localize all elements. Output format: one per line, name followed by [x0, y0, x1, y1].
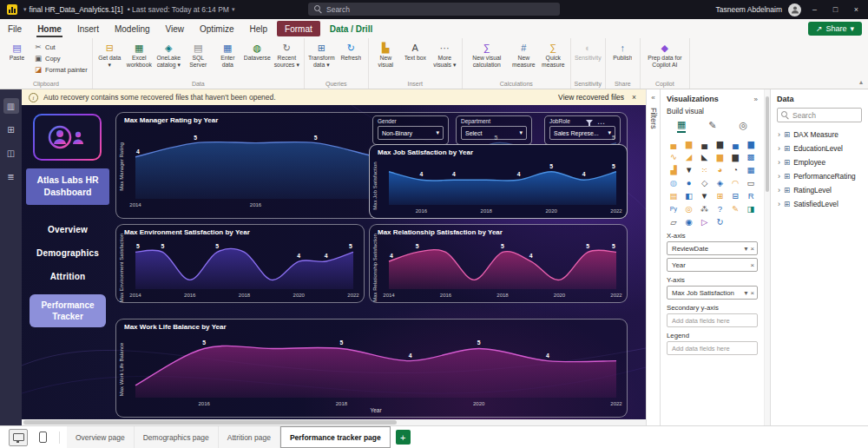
azure-map-icon[interactable]: ◈ [713, 177, 727, 188]
remove-field-icon[interactable]: × [750, 245, 754, 253]
field-educationlevel[interactable]: ›⊞EducationLevel [777, 142, 862, 155]
view-recovered-files-link[interactable]: View recovered files [558, 93, 624, 102]
analytics-icon[interactable]: ◎ [739, 120, 747, 132]
filled-map-icon[interactable]: ● [682, 177, 696, 188]
chevron-down-icon[interactable]: ▾ [745, 289, 748, 297]
pane-scrollbar[interactable] [764, 89, 770, 425]
table-view-icon[interactable]: ⊞ [3, 122, 19, 137]
line-chart-icon[interactable]: ∿ [667, 151, 681, 162]
expand-chevron-icon[interactable]: › [778, 144, 780, 153]
menu-tab-view[interactable]: View [158, 19, 193, 38]
avatar[interactable] [788, 3, 801, 16]
expand-chevron-icon[interactable]: › [778, 200, 780, 208]
format-visual-icon[interactable]: ✎ [708, 120, 716, 132]
nav-item-demographics[interactable]: Demographics [36, 241, 99, 265]
new-page-button[interactable]: + [396, 430, 411, 445]
field-dax-measure[interactable]: ›⊞DAX Measure [777, 128, 862, 141]
share-button[interactable]: ↗ Share ▾ [808, 22, 862, 36]
map-icon[interactable]: ◍ [667, 177, 681, 188]
fields-search-input[interactable]: Search [777, 108, 862, 122]
remove-field-icon[interactable]: × [750, 289, 754, 297]
field-employee[interactable]: ›⊞Employee [777, 156, 862, 168]
field-ratinglevel[interactable]: ›⊞RatingLevel [777, 184, 862, 196]
collapse-pane-icon[interactable]: » [754, 96, 758, 103]
nav-item-performance-tracker[interactable]: Performance Tracker [30, 294, 106, 327]
empty-field-well[interactable]: Add data fields here [667, 341, 758, 355]
global-search-input[interactable]: Search [308, 3, 560, 16]
slicer-department[interactable]: Department Select ▾ [456, 115, 532, 145]
model-view-icon[interactable]: ◫ [3, 145, 19, 161]
slicer-icon[interactable]: ▼ [698, 190, 712, 201]
multi-row-card-icon[interactable]: ▤ [667, 190, 681, 201]
menu-tab-optimize[interactable]: Optimize [192, 19, 241, 38]
nav-item-attrition[interactable]: Attrition [50, 265, 86, 288]
table-icon[interactable]: ⊞ [713, 190, 727, 201]
excel-workbook-button[interactable]: ▦Excel workbook [125, 40, 154, 81]
visual-max-job-satisfaction[interactable]: Max Job Satisfaction by Year 20162018202… [369, 144, 628, 219]
power-bi-logo[interactable] [7, 4, 17, 15]
matrix-icon[interactable]: ⊟ [728, 190, 742, 201]
text-box-button[interactable]: AText box [401, 40, 430, 81]
new-measure-button[interactable]: #New measure [510, 40, 538, 81]
clustered-bar-chart-icon[interactable]: ▄ [698, 138, 712, 149]
chevron-down-icon[interactable]: ▾ [229, 6, 238, 13]
pie-chart-icon[interactable]: ◕ [713, 164, 727, 175]
clustered-column-chart-icon[interactable]: ▆ [713, 138, 727, 149]
copy-button[interactable]: ▣Copy [32, 54, 89, 63]
treemap-icon[interactable]: ▦ [744, 164, 758, 175]
recent-sources-button[interactable]: ↻Recent sources ▾ [273, 40, 301, 81]
menu-tab-home[interactable]: Home [30, 19, 69, 38]
maximize-button[interactable]: □ [828, 5, 843, 14]
quick-measure-button[interactable]: ∑Quick measure [539, 40, 568, 81]
line-and-clustered-column-chart-icon[interactable]: ▆ [728, 151, 742, 162]
build-visual-icon[interactable]: ▦ [677, 119, 686, 133]
power-apps-icon[interactable]: ▷ [698, 216, 712, 227]
dataverse-button[interactable]: ◍Dataverse [243, 40, 272, 81]
mobile-layout-button[interactable] [33, 429, 52, 446]
hundred-percent-stacked-bar-chart-icon[interactable]: ▄ [728, 138, 742, 149]
paste-button[interactable]: ▤Paste [3, 40, 31, 81]
gauge-icon[interactable]: ◠ [728, 177, 742, 188]
empty-field-well[interactable]: Add data fields here [667, 313, 758, 327]
ribbon-chart-icon[interactable]: ▩ [744, 151, 758, 162]
more-options-icon[interactable]: ⋯ [597, 119, 605, 128]
cut-button[interactable]: ✂Cut [32, 43, 89, 51]
minimize-button[interactable]: – [807, 5, 822, 14]
smart-narrative-icon[interactable]: ✎ [728, 203, 742, 214]
nav-item-overview[interactable]: Overview [48, 218, 88, 241]
q-and-a-icon[interactable]: ? [713, 203, 727, 214]
page-tab-demographics-page[interactable]: Demographics page [135, 426, 219, 448]
field-performancerating[interactable]: ›⊞PerformanceRating [777, 170, 862, 182]
menu-tab-insert[interactable]: Insert [69, 19, 107, 38]
transform-data-button[interactable]: ⊞Transform data ▾ [307, 40, 336, 81]
filter-funnel-icon[interactable] [586, 120, 593, 127]
format-painter-button[interactable]: ◪Format painter [32, 65, 89, 74]
visual-max-environment-satisfaction[interactable]: Max Environment Satisfaction by Year 201… [115, 224, 365, 303]
prep-data-for-copilot-ai-button[interactable]: ◆Prep data for Copilot AI [643, 40, 687, 81]
field-pill-year[interactable]: Year× [667, 258, 758, 272]
slicer-gender[interactable]: Gender Non-Binary ▾ [372, 115, 449, 145]
filters-pane-collapsed[interactable]: « Filters [646, 89, 660, 425]
horizontal-scrollbar[interactable] [22, 419, 646, 425]
get-data-button[interactable]: ⊟Get data ▾ [95, 40, 124, 81]
page-tab-attrition-page[interactable]: Attrition page [219, 426, 280, 448]
field-pill-max-job-satisfaction[interactable]: Max Job Satisfaction▾× [667, 286, 758, 300]
visual-max-relationship-satisfaction[interactable]: Max Relationship Satisfaction by Year 20… [369, 224, 628, 303]
refresh-button[interactable]: ↻Refresh [337, 40, 365, 81]
expand-filters-icon[interactable]: « [651, 94, 654, 102]
scatter-chart-icon[interactable]: ⁙ [698, 164, 712, 175]
sensitivity-button[interactable]: ◐Sensitivity [574, 40, 602, 81]
dax-query-view-icon[interactable]: ≣ [3, 168, 19, 184]
stacked-area-chart-icon[interactable]: ◣ [698, 151, 712, 162]
expand-chevron-icon[interactable]: › [778, 130, 780, 139]
chevron-down-icon[interactable]: ▾ [21, 6, 30, 13]
collapse-ribbon-icon[interactable]: ▴ [859, 78, 863, 86]
funnel-chart-icon[interactable]: ▼ [682, 164, 696, 175]
hundred-percent-stacked-column-chart-icon[interactable]: ▆ [744, 138, 758, 149]
shape-map-icon[interactable]: ◇ [698, 177, 712, 188]
menu-tab-format[interactable]: Format [277, 21, 320, 36]
close-notification-icon[interactable]: × [629, 93, 639, 102]
desktop-layout-button[interactable] [9, 429, 28, 446]
new-visual-calculation-button[interactable]: ∑New visual calculation [465, 40, 509, 81]
menu-tab-help[interactable]: Help [241, 19, 275, 38]
